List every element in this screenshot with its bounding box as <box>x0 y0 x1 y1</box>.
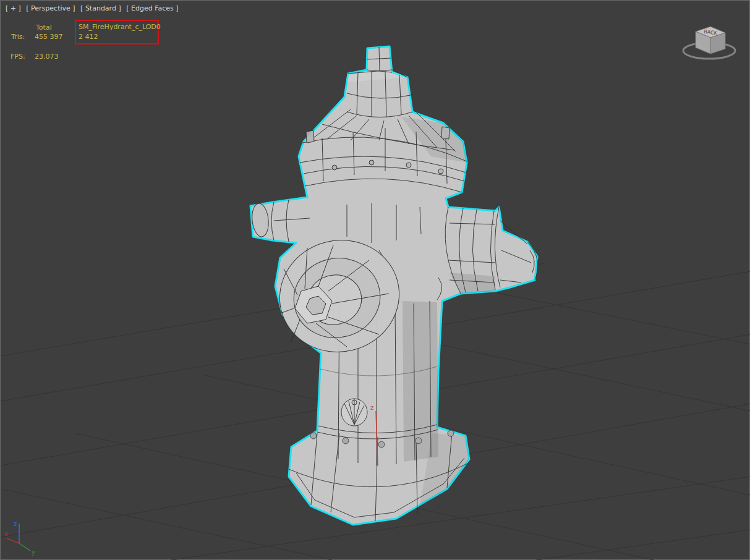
x-axis-line <box>7 538 19 543</box>
stats-total-label: Total <box>36 23 52 32</box>
viewport-menu-pov[interactable]: [ Perspective ] <box>26 4 75 12</box>
viewport-menu-general[interactable]: [ + ] <box>6 4 21 12</box>
stats-fps-label: FPS: <box>11 53 25 61</box>
z-axis-label: z <box>14 520 17 527</box>
stats-fps-value: 23,073 <box>35 53 59 61</box>
stats-selected-object-tris: 2 412 <box>79 33 98 41</box>
pivot-z-label: z <box>370 404 373 411</box>
fire-hydrant-model[interactable]: z <box>250 46 538 525</box>
scene-canvas[interactable]: z <box>1 1 750 560</box>
3d-viewport[interactable]: z [ + ] [ Perspective ] [ Standard ] [ E… <box>0 0 750 560</box>
stats-tris-label: Tris: <box>11 33 25 41</box>
shell-emblem <box>341 399 367 426</box>
viewport-label: [ + ] [ Perspective ] [ Standard ] [ Edg… <box>6 4 182 12</box>
viewcube[interactable]: BACK <box>680 15 742 62</box>
x-axis-label: x <box>4 530 8 537</box>
y-axis-line <box>19 543 30 551</box>
y-axis-label: y <box>32 549 35 556</box>
viewport-menu-shading[interactable]: [ Standard ] <box>80 4 121 12</box>
viewport-menu-display[interactable]: [ Edged Faces ] <box>126 4 178 12</box>
stats-selected-object-name: SM_FireHydrant_c_LOD0 <box>79 23 161 31</box>
stats-total-tris-value: 455 397 <box>35 33 63 41</box>
world-axis-tripod: z x y <box>3 516 43 556</box>
